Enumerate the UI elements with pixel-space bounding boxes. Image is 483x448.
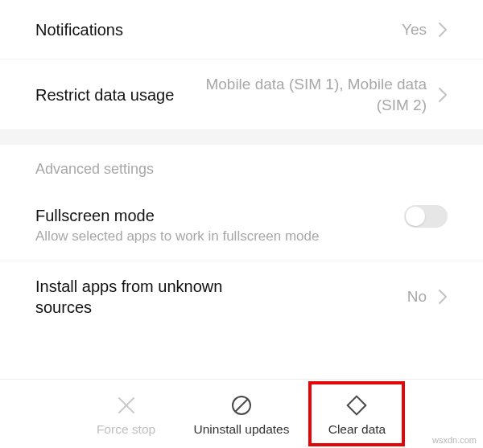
row-restrict-data[interactable]: Restrict data usage Mobile data (SIM 1),… xyxy=(0,60,483,130)
section-divider xyxy=(0,130,483,145)
chevron-right-icon xyxy=(438,22,448,38)
force-stop-label: Force stop xyxy=(97,422,155,437)
uninstall-label: Uninstall updates xyxy=(194,422,290,437)
notifications-value: Yes xyxy=(402,19,427,40)
force-stop-button[interactable]: Force stop xyxy=(70,380,183,448)
svg-rect-4 xyxy=(348,396,366,414)
notifications-title: Notifications xyxy=(35,19,402,40)
clear-data-button[interactable]: Clear data xyxy=(300,380,413,448)
row-unknown-sources[interactable]: Install apps from unknown sources No xyxy=(0,261,483,332)
prohibit-icon xyxy=(230,392,253,419)
svg-line-3 xyxy=(235,399,247,411)
watermark-text: wsxdn.com xyxy=(432,435,477,445)
unknown-value: No xyxy=(231,286,427,307)
section-header-advanced: Advanced settings xyxy=(0,145,483,191)
eraser-diamond-icon xyxy=(345,392,369,419)
uninstall-updates-button[interactable]: Uninstall updates xyxy=(183,380,301,448)
chevron-right-icon xyxy=(438,289,448,305)
unknown-title: Install apps from unknown sources xyxy=(35,276,231,318)
restrict-title: Restrict data usage xyxy=(35,84,185,105)
bottom-actions: Force stop Uninstall updates Clear data xyxy=(0,379,483,448)
clear-data-label: Clear data xyxy=(328,422,386,437)
fullscreen-subtitle: Allow selected apps to work in fullscree… xyxy=(35,228,390,246)
restrict-value: Mobile data (SIM 1), Mobile data (SIM 2) xyxy=(185,74,427,115)
fullscreen-title: Fullscreen mode xyxy=(35,205,390,226)
chevron-right-icon xyxy=(438,87,448,103)
toggle-knob xyxy=(406,207,425,226)
fullscreen-toggle[interactable] xyxy=(404,205,448,228)
close-x-icon xyxy=(116,392,137,419)
row-notifications[interactable]: Notifications Yes xyxy=(0,0,483,60)
row-fullscreen-mode[interactable]: Fullscreen mode Allow selected apps to w… xyxy=(0,191,483,261)
